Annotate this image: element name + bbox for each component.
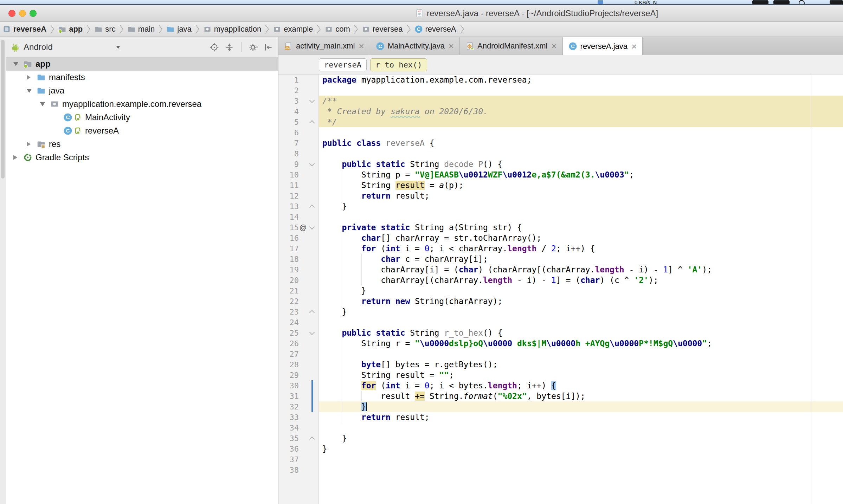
- fold-marker-icon[interactable]: [307, 309, 316, 315]
- editor-breadcrumb-r-to-hex-[interactable]: r_to_hex(): [370, 58, 427, 71]
- code-area[interactable]: package myapplication.example.com.revers…: [319, 75, 843, 504]
- code-editor[interactable]: 123456789101112131415@161718192021222324…: [278, 75, 843, 504]
- close-icon[interactable]: ×: [631, 43, 637, 50]
- minimize-window-button[interactable]: [19, 10, 26, 17]
- code-line-3[interactable]: /**: [319, 96, 843, 106]
- tree-expand-arrow[interactable]: [27, 75, 37, 80]
- code-line-38[interactable]: [319, 465, 843, 475]
- chevron-right-icon: [265, 24, 269, 34]
- editor-breadcrumb-reverseA[interactable]: reverseA: [319, 58, 367, 71]
- code-line-18[interactable]: char c = charArray[i];: [319, 254, 843, 264]
- code-line-7[interactable]: public class reverseA {: [319, 138, 843, 148]
- gutter-line-5: 5: [278, 117, 318, 127]
- breadcrumb-item-main[interactable]: main: [126, 25, 156, 34]
- code-line-31[interactable]: result += String.format("%02x", bytes[i]…: [319, 391, 843, 401]
- chevron-down-icon[interactable]: [116, 46, 120, 49]
- code-line-13[interactable]: }: [319, 201, 843, 212]
- code-line-21[interactable]: }: [319, 285, 843, 296]
- line-number: 6: [278, 128, 299, 137]
- zoom-window-button[interactable]: [30, 10, 37, 17]
- code-line-16[interactable]: char[] charArray = str.toCharArray();: [319, 233, 843, 243]
- breadcrumb-item-myapplication[interactable]: myapplication: [202, 25, 263, 34]
- fold-marker-icon[interactable]: [307, 119, 316, 125]
- tab-reverseA-java[interactable]: CreverseA.java×: [563, 37, 643, 55]
- tree-collapse-arrow[interactable]: [27, 89, 37, 93]
- code-line-9[interactable]: public static String decode_P() {: [319, 159, 843, 169]
- code-line-11[interactable]: String result = a(p);: [319, 180, 843, 190]
- code-line-12[interactable]: return result;: [319, 190, 843, 201]
- fold-marker-icon[interactable]: [307, 226, 316, 229]
- collapse-all-icon[interactable]: [225, 43, 234, 52]
- code-line-8[interactable]: [319, 148, 843, 159]
- fold-marker-icon[interactable]: [307, 332, 316, 334]
- tree-collapse-arrow[interactable]: [13, 62, 23, 66]
- code-line-36[interactable]: }: [319, 444, 843, 454]
- breadcrumb-item-reverseA[interactable]: CreverseA: [413, 25, 457, 34]
- fold-marker-icon[interactable]: [307, 163, 316, 166]
- tree-collapse-arrow[interactable]: [40, 102, 50, 106]
- fold-marker-icon[interactable]: [307, 100, 316, 102]
- breadcrumb-item-app[interactable]: app: [57, 25, 84, 34]
- code-line-6[interactable]: [319, 127, 843, 138]
- breadcrumb-item-com[interactable]: com: [323, 25, 351, 34]
- breadcrumb-item-example[interactable]: example: [272, 25, 314, 34]
- code-line-29[interactable]: String result = "";: [319, 370, 843, 380]
- sidebar-item-manifests[interactable]: manifests: [6, 71, 278, 84]
- sidebar-scrollbar[interactable]: [1, 40, 5, 179]
- code-line-10[interactable]: String p = "V@]EAASB\u0012WZF\u0012e,a$7…: [319, 169, 843, 180]
- breadcrumb-item-java[interactable]: java: [165, 25, 192, 34]
- editor-area: <>activity_main.xml×CMainActivity.java×<…: [278, 37, 843, 504]
- close-window-button[interactable]: [8, 10, 15, 17]
- close-icon[interactable]: ×: [359, 43, 364, 50]
- breadcrumb-item-reversea[interactable]: reversea: [361, 25, 404, 34]
- fold-marker-icon[interactable]: [307, 436, 316, 441]
- fold-marker-icon[interactable]: [307, 204, 316, 209]
- tab-activity-main-xml[interactable]: <>activity_main.xml×: [278, 37, 370, 55]
- breadcrumb-item-src[interactable]: src: [93, 25, 116, 34]
- code-line-5[interactable]: */: [319, 117, 843, 127]
- code-line-27[interactable]: [319, 349, 843, 359]
- close-icon[interactable]: ×: [449, 43, 454, 50]
- project-view-selector[interactable]: Android: [24, 42, 53, 52]
- close-icon[interactable]: ×: [551, 43, 556, 50]
- code-line-17[interactable]: for (int i = 0; i < charArray.length / 2…: [319, 243, 843, 254]
- tree-expand-arrow[interactable]: [27, 142, 37, 147]
- code-line-4[interactable]: * Created by sakura on 2020/6/30.: [319, 106, 843, 117]
- code-line-35[interactable]: }: [319, 433, 843, 444]
- code-line-14[interactable]: [319, 212, 843, 222]
- sidebar-item-app[interactable]: app: [6, 57, 278, 71]
- code-line-37[interactable]: [319, 454, 843, 465]
- sidebar-item-reversea[interactable]: CreverseA: [6, 124, 278, 137]
- code-line-34[interactable]: [319, 422, 843, 433]
- code-line-26[interactable]: String r = "\u0000dslp}oQ\u0000 dks$|M\u…: [319, 338, 843, 349]
- breadcrumb-item-reverseA[interactable]: reverseA: [1, 25, 47, 34]
- hide-panel-icon[interactable]: [264, 43, 273, 52]
- code-line-2[interactable]: [319, 85, 843, 96]
- tab-MainActivity-java[interactable]: CMainActivity.java×: [370, 37, 460, 55]
- code-line-24[interactable]: [319, 317, 843, 328]
- code-line-28[interactable]: byte[] bytes = r.getBytes();: [319, 359, 843, 370]
- tree-expand-arrow[interactable]: [13, 155, 23, 160]
- code-line-30[interactable]: for (int i = 0; i < bytes.length; i++) {: [319, 380, 843, 391]
- code-line-19[interactable]: charArray[i] = (char) (charArray[(charAr…: [319, 264, 843, 275]
- code-line-15[interactable]: private static String a(String str) {: [319, 222, 843, 233]
- sidebar-item-myapplication-example-com-reversea[interactable]: myapplication.example.com.reversea: [6, 97, 278, 111]
- code-line-1[interactable]: package myapplication.example.com.revers…: [319, 75, 843, 85]
- tab-AndroidManifest-xml[interactable]: <>AndroidManifest.xml×: [460, 37, 563, 55]
- gutter-line-3: 3: [278, 96, 318, 106]
- sidebar-item-gradle-scripts[interactable]: Gradle Scripts: [6, 151, 278, 164]
- code-line-25[interactable]: public static String r_to_hex() {: [319, 328, 843, 338]
- code-line-32[interactable]: }: [319, 401, 843, 412]
- gear-icon[interactable]: [249, 43, 258, 52]
- tree-item-label: Gradle Scripts: [36, 153, 89, 162]
- code-line-23[interactable]: }: [319, 306, 843, 317]
- sidebar-item-java[interactable]: java: [6, 84, 278, 97]
- code-line-22[interactable]: return new String(charArray);: [319, 296, 843, 306]
- sidebar-item-mainactivity[interactable]: CMainActivity: [6, 111, 278, 124]
- svg-text:C: C: [378, 43, 382, 49]
- line-number: 15: [278, 223, 299, 232]
- code-line-20[interactable]: charArray[(charArray.length - i) - 1] = …: [319, 275, 843, 285]
- sidebar-item-res[interactable]: res: [6, 137, 278, 151]
- locate-icon[interactable]: [210, 43, 219, 52]
- code-line-33[interactable]: return result;: [319, 412, 843, 422]
